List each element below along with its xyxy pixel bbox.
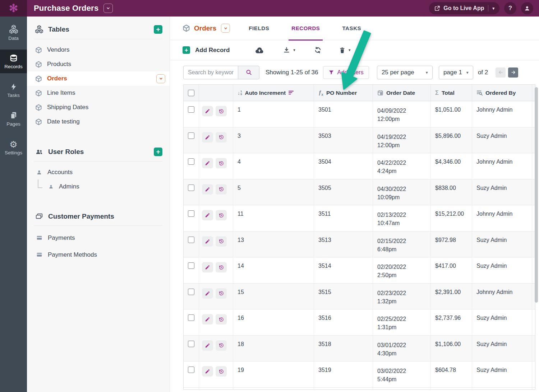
- record-history-button[interactable]: [216, 106, 227, 116]
- row-select-cell: [184, 336, 199, 361]
- prev-page-button[interactable]: [496, 67, 506, 78]
- edit-record-button[interactable]: [202, 366, 213, 377]
- tab[interactable]: RECORDS: [291, 17, 320, 40]
- row-checkbox[interactable]: [188, 185, 194, 191]
- pencil-icon: [205, 343, 210, 348]
- edit-record-button[interactable]: [202, 158, 213, 168]
- record-history-button[interactable]: [216, 158, 227, 168]
- record-history-button[interactable]: [216, 236, 227, 247]
- vertical-scrollbar[interactable]: [535, 87, 538, 303]
- rail-item-data[interactable]: Data: [0, 21, 27, 45]
- go-to-live-app-button[interactable]: Go to Live App ▾: [429, 2, 499, 14]
- sidebar-table-item[interactable]: Vendors: [27, 43, 170, 57]
- edit-record-button[interactable]: [202, 288, 213, 299]
- cell-po-number: 3511: [314, 205, 373, 231]
- sidebar-table-item[interactable]: Line Items: [27, 86, 170, 100]
- asterisk-logo-icon: ✻: [9, 3, 18, 14]
- record-history-button[interactable]: [216, 262, 227, 272]
- record-history-button[interactable]: [216, 340, 227, 351]
- add-table-button[interactable]: +: [154, 25, 162, 34]
- sidebar-item-admins[interactable]: Admins: [27, 179, 170, 194]
- record-history-button[interactable]: [216, 184, 227, 195]
- sidebar-table-item[interactable]: Shipping Dates: [27, 100, 170, 115]
- sidebar-table-item[interactable]: Products: [27, 57, 170, 71]
- sidebar-item-accounts[interactable]: Accounts: [27, 165, 170, 179]
- search-input[interactable]: [183, 66, 238, 79]
- page-select[interactable]: page 1 ▾: [439, 66, 473, 79]
- column-header-auto-increment[interactable]: ↓19 Auto Increment: [233, 85, 314, 101]
- row-checkbox[interactable]: [188, 106, 194, 113]
- cell-spacer: [532, 361, 535, 387]
- sidebar-payment-item[interactable]: Payments: [27, 229, 170, 246]
- per-page-select[interactable]: 25 per page ▾: [377, 66, 433, 79]
- sidebar-table-item[interactable]: Orders: [27, 71, 170, 86]
- refresh-button[interactable]: [314, 46, 322, 54]
- record-history-button[interactable]: [216, 210, 227, 220]
- record-history-button[interactable]: [216, 314, 227, 325]
- import-upload-button[interactable]: [255, 46, 264, 54]
- column-header-po-number[interactable]: ƒx PO Number: [314, 85, 373, 101]
- row-checkbox[interactable]: [188, 210, 194, 217]
- row-checkbox[interactable]: [188, 341, 194, 347]
- edit-record-button[interactable]: [202, 210, 213, 220]
- cell-total: $1,106.00: [431, 336, 472, 361]
- search-button[interactable]: [238, 66, 259, 79]
- rail-item-tasks[interactable]: Tasks: [0, 78, 27, 102]
- table-row: 1 3501 04/09/2022 12:00pm $1,051.00 John…: [184, 101, 535, 127]
- edit-record-button[interactable]: [202, 314, 213, 325]
- delete-dropdown-caret-icon[interactable]: ▾: [349, 48, 351, 52]
- row-checkbox[interactable]: [188, 132, 194, 139]
- rail-item-settings[interactable]: ⚙ Settings: [0, 136, 27, 159]
- cell-po-number: 3504: [314, 153, 373, 179]
- row-checkbox[interactable]: [188, 262, 194, 269]
- row-checkbox[interactable]: [188, 158, 194, 165]
- app-logo[interactable]: ✻: [0, 0, 27, 17]
- tab-label: RECORDS: [291, 25, 320, 31]
- app-title-dropdown[interactable]: [103, 4, 113, 13]
- column-header-ordered-by[interactable]: Ordered By: [472, 85, 532, 101]
- cell-po-number: 3519: [314, 361, 373, 387]
- add-record-button[interactable]: + Add Record: [183, 46, 230, 54]
- delete-trash-button[interactable]: [339, 47, 346, 54]
- row-select-cell: [184, 101, 199, 127]
- live-app-dropdown-caret-icon[interactable]: ▾: [492, 6, 494, 11]
- add-filters-button[interactable]: Add filters: [323, 66, 369, 79]
- record-history-button[interactable]: [216, 366, 227, 377]
- record-history-button[interactable]: [216, 132, 227, 143]
- sidebar-payment-item[interactable]: Payment Methods: [27, 246, 170, 263]
- object-name[interactable]: Orders: [194, 24, 216, 32]
- select-all-checkbox[interactable]: [188, 90, 194, 96]
- next-page-button[interactable]: [508, 67, 518, 78]
- table-item-dropdown[interactable]: [156, 74, 165, 83]
- edit-record-button[interactable]: [202, 262, 213, 272]
- edit-record-button[interactable]: [202, 184, 213, 195]
- row-checkbox[interactable]: [188, 314, 194, 321]
- edit-record-button[interactable]: [202, 236, 213, 247]
- rail-item-pages[interactable]: Pages: [0, 107, 27, 131]
- cell-order-date: 04/09/2022 12:00pm: [373, 101, 431, 127]
- row-checkbox[interactable]: [188, 289, 194, 295]
- row-checkbox[interactable]: [188, 237, 194, 243]
- tab[interactable]: FIELDS: [249, 17, 269, 40]
- tab[interactable]: TASKS: [342, 17, 361, 40]
- table-item-label: Date testing: [47, 118, 80, 125]
- edit-record-button[interactable]: [202, 132, 213, 143]
- column-header-total[interactable]: Σ Total: [431, 85, 472, 101]
- column-header-order-date[interactable]: Order Date: [373, 85, 431, 101]
- export-download-button[interactable]: [283, 46, 290, 54]
- sidebar-table-item[interactable]: Date testing: [27, 115, 170, 129]
- table-cube-icon: [35, 104, 42, 111]
- object-dropdown[interactable]: [221, 24, 230, 33]
- add-user-role-button[interactable]: +: [154, 148, 162, 156]
- tab-label: FIELDS: [249, 25, 269, 31]
- page-title: Purchase Orders: [34, 4, 98, 13]
- help-button[interactable]: ?: [504, 2, 516, 14]
- account-button[interactable]: [521, 2, 533, 14]
- object-header-row: Orders FIELDS RECORDS TASKS: [170, 17, 539, 40]
- rail-item-records[interactable]: Records: [0, 50, 27, 73]
- edit-record-button[interactable]: [202, 340, 213, 351]
- edit-record-button[interactable]: [202, 106, 213, 116]
- row-checkbox[interactable]: [188, 367, 194, 373]
- export-dropdown-caret-icon[interactable]: ▾: [293, 48, 295, 52]
- record-history-button[interactable]: [216, 288, 227, 299]
